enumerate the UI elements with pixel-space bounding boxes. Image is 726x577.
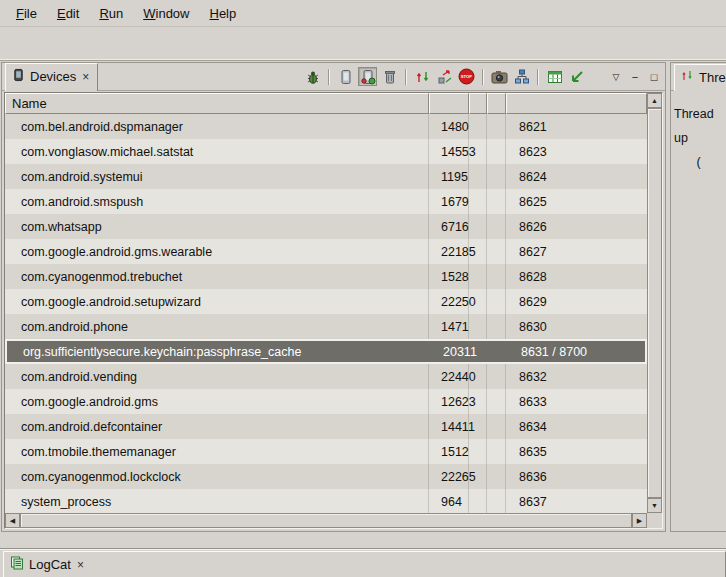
process-name: com.android.vending <box>5 364 429 389</box>
tab-logcat[interactable]: LogCat × <box>3 551 726 577</box>
device-icon <box>12 68 25 85</box>
heap-indicator-cell <box>469 264 487 289</box>
view-menu-icon[interactable]: ▽ <box>608 69 624 85</box>
column-header-heap[interactable] <box>469 93 487 114</box>
dump-hprof-icon[interactable] <box>358 67 377 86</box>
column-header-port[interactable] <box>506 93 647 114</box>
thread-indicator-cell <box>487 414 506 439</box>
heap-indicator-cell <box>471 341 489 362</box>
process-port: 8626 <box>506 214 647 239</box>
table-row[interactable]: com.cyanogenmod.lockclock222658636 <box>5 464 647 489</box>
thread-indicator-cell <box>487 364 506 389</box>
scrollbar-corner <box>647 513 662 528</box>
cause-gc-icon[interactable] <box>380 67 399 86</box>
menu-run[interactable]: Run <box>89 2 133 25</box>
debug-process-icon[interactable] <box>303 67 322 86</box>
table-row[interactable]: com.google.android.setupwizard222508629 <box>5 289 647 314</box>
tab-threads[interactable]: Threads <box>674 64 726 91</box>
table-row[interactable]: system_process9648637 <box>5 489 647 513</box>
table-row[interactable]: com.bel.android.dspmanager14808621 <box>5 114 647 139</box>
process-port: 8631 / 8700 <box>508 341 645 362</box>
process-port: 8633 <box>506 389 647 414</box>
process-name: org.sufficientlysecure.keychain:passphra… <box>7 341 431 362</box>
table-row[interactable]: com.whatsapp67168626 <box>5 214 647 239</box>
table-row[interactable]: com.cyanogenmod.trebuchet15288628 <box>5 264 647 289</box>
process-pid: 22185 <box>429 239 469 264</box>
vertical-scrollbar-thumb[interactable] <box>647 108 662 498</box>
main-toolbar <box>0 27 726 61</box>
table-row[interactable]: com.android.defcontainer144118634 <box>5 414 647 439</box>
screen-capture-icon[interactable] <box>490 67 509 86</box>
toolbar-separator <box>482 69 484 85</box>
heap-indicator-cell <box>469 439 487 464</box>
minimize-icon[interactable]: − <box>627 69 643 85</box>
table-row[interactable]: com.vonglasow.michael.satstat145538623 <box>5 139 647 164</box>
thread-indicator-cell <box>487 239 506 264</box>
process-port: 8625 <box>506 189 647 214</box>
heap-indicator-cell <box>469 489 487 513</box>
process-pid: 6716 <box>429 214 469 239</box>
table-row[interactable]: com.tmobile.thememanager15128635 <box>5 439 647 464</box>
threads-message: Thread up ( <box>671 91 726 174</box>
heap-indicator-cell <box>469 464 487 489</box>
process-pid: 1512 <box>429 439 469 464</box>
update-heap-icon[interactable] <box>336 67 355 86</box>
toolbar-separator <box>537 69 539 85</box>
heap-indicator-cell <box>469 164 487 189</box>
vertical-scrollbar[interactable]: ▲ ▼ <box>647 93 662 513</box>
process-name: com.cyanogenmod.lockclock <box>5 464 429 489</box>
dump-view-hierarchy-icon[interactable] <box>512 67 531 86</box>
threads-message-line: ( <box>671 151 726 175</box>
process-name: com.whatsapp <box>5 214 429 239</box>
thread-indicator-cell <box>487 464 506 489</box>
close-icon[interactable]: × <box>81 71 90 83</box>
horizontal-scrollbar-thumb[interactable] <box>20 513 632 528</box>
close-icon[interactable]: × <box>76 559 85 571</box>
process-pid: 1195 <box>429 164 469 189</box>
thread-indicator-cell <box>489 341 508 362</box>
process-name: com.android.phone <box>5 314 429 339</box>
heap-indicator-cell <box>469 239 487 264</box>
process-table: Name com.bel.android.dspmanager14808621c… <box>4 92 663 529</box>
menu-window[interactable]: Window <box>133 2 199 25</box>
process-pid: 1471 <box>429 314 469 339</box>
threads-panel: Threads Thread up ( <box>670 62 726 532</box>
svg-text:STOP: STOP <box>461 74 473 79</box>
stop-process-icon[interactable]: STOP <box>457 67 476 86</box>
scroll-left-icon[interactable]: ◀ <box>5 513 20 528</box>
table-row[interactable]: com.google.android.gms126238633 <box>5 389 647 414</box>
table-row[interactable]: com.android.phone14718630 <box>5 314 647 339</box>
scroll-down-icon[interactable]: ▼ <box>647 498 662 513</box>
table-row[interactable]: com.google.android.gms.wearable221858627 <box>5 239 647 264</box>
table-row[interactable]: com.android.smspush16798625 <box>5 189 647 214</box>
menu-help[interactable]: Help <box>199 2 246 25</box>
threads-icon <box>681 69 694 85</box>
heap-indicator-cell <box>469 314 487 339</box>
table-row[interactable]: com.android.systemui11958624 <box>5 164 647 189</box>
toolbar-separator <box>405 69 407 85</box>
scroll-up-icon[interactable]: ▲ <box>647 93 662 108</box>
tab-devices[interactable]: Devices × <box>5 63 98 91</box>
thread-indicator-cell <box>487 164 506 189</box>
process-pid: 1480 <box>429 114 469 139</box>
process-port: 8627 <box>506 239 647 264</box>
menu-edit[interactable]: Edit <box>47 2 89 25</box>
devices-tabbar: Devices × <box>2 63 665 91</box>
maximize-icon[interactable]: □ <box>646 69 662 85</box>
update-threads-icon[interactable] <box>413 67 432 86</box>
column-header-pid[interactable] <box>429 93 469 114</box>
scroll-right-icon[interactable]: ▶ <box>632 513 647 528</box>
start-method-profiling-icon[interactable] <box>435 67 454 86</box>
heap-indicator-cell <box>469 189 487 214</box>
table-row[interactable]: org.sufficientlysecure.keychain:passphra… <box>5 339 647 364</box>
horizontal-scrollbar[interactable]: ◀ ▶ <box>5 513 647 528</box>
table-row[interactable]: com.android.vending224408632 <box>5 364 647 389</box>
thread-indicator-cell <box>487 439 506 464</box>
process-name: com.google.android.gms <box>5 389 429 414</box>
threads-message-line: Thread up <box>671 103 726 151</box>
column-header-threads[interactable] <box>487 93 506 114</box>
start-opengl-trace-icon[interactable] <box>567 67 586 86</box>
menu-file[interactable]: File <box>6 2 47 25</box>
capture-systrace-icon[interactable] <box>545 67 564 86</box>
column-header-name[interactable]: Name <box>5 93 429 114</box>
